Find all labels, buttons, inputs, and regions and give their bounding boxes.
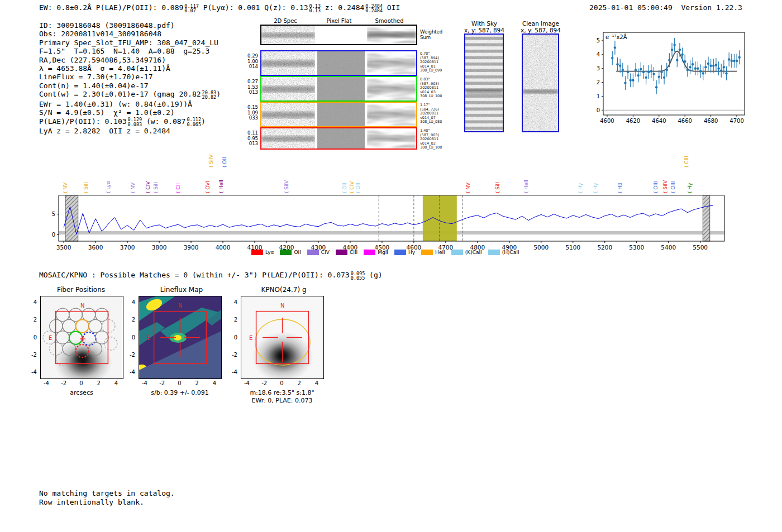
line-fit-zoom-plot: 012345460046204640466046804700e⁻¹⁷x2Å <box>581 28 748 128</box>
svg-text:5400: 5400 <box>661 244 676 251</box>
fiber-xtick: 4 <box>115 380 118 386</box>
legend-label: HeII <box>435 250 445 255</box>
col-header-2d-spec: 2D Spec <box>260 18 311 24</box>
fiber-ytick: -2 <box>27 351 37 357</box>
lineflux-map-title: Lineflux Map <box>137 286 226 294</box>
svg-text:1: 1 <box>597 93 600 99</box>
fiber-ytick: 0 <box>27 334 37 340</box>
footer-line: No matching targets in catalog. <box>39 489 175 498</box>
footer-notes: No matching targets in catalog.Row inten… <box>39 489 175 506</box>
info-line: RA,Dec (227.594086,53.349716) <box>39 56 221 64</box>
info-line: ID: 3009186048 (3009186048.pdf) <box>39 21 221 30</box>
lineflux-xtick: 0 <box>178 380 181 386</box>
fiber-positions-panel: N E <box>40 296 123 379</box>
full-spectrum-plot: 0535003600370038003900400041004200430044… <box>0 195 782 253</box>
kpno-xtick: 4 <box>315 380 318 386</box>
fiber-positions-title: Fiber Positions <box>36 286 126 294</box>
info-line: Cont(w) = 2.30(±0.01)e-17 (gmag 20.8220.… <box>39 90 221 100</box>
cutout-row <box>260 102 417 127</box>
svg-text:5300: 5300 <box>629 244 644 251</box>
fiber-ytick: -4 <box>27 369 37 375</box>
report-timestamp: 2025-01-01 05:00:49 Version 1.22.3 <box>589 3 742 12</box>
kpno-ytick: 0 <box>227 334 237 340</box>
fiber-east-label: E <box>49 335 52 341</box>
svg-text:5500: 5500 <box>693 244 708 251</box>
lineflux-ytick: 4 <box>125 299 135 305</box>
fiber-north-label: N <box>80 303 84 309</box>
legend-item-ly: Lyα <box>251 250 274 255</box>
svg-text:4660: 4660 <box>678 118 692 124</box>
lineflux-map-panel: N E <box>139 296 222 379</box>
legend-item-oii: OII <box>280 250 301 255</box>
svg-text:5: 5 <box>597 37 600 44</box>
legend-label: CIII <box>350 250 357 255</box>
cutout-row-weights: 0.271.53013 <box>246 79 258 95</box>
line-label-siiv: ( SiIV <box>284 180 289 193</box>
line-label-cii: ( CII <box>175 183 181 193</box>
cutout-row <box>260 25 417 45</box>
clean-image-title: Clean Image x, y: 587, 894 <box>517 20 565 33</box>
legend-swatch <box>488 250 500 255</box>
cutout-row-fiber-info: 1.17"(584, 726)20200811v014_07308_LU_080 <box>420 103 455 124</box>
legend-item-kcaii: (K)CaII <box>451 250 482 255</box>
col-header-pixel-flat: Pixel Flat <box>314 18 364 24</box>
col-header-smoothed: Smoothed <box>364 18 414 24</box>
legend-swatch <box>336 250 347 255</box>
svg-text:5200: 5200 <box>597 244 612 251</box>
line-label-nv: ( NV <box>465 182 471 193</box>
svg-text:3800: 3800 <box>152 244 167 251</box>
version-text: Version 1.22.3 <box>681 3 742 12</box>
line-label-heii: ( HeII <box>523 180 529 193</box>
kpno-xtick: -2 <box>261 380 267 386</box>
line-label-siii: ( SiII <box>83 182 89 193</box>
line-label-hγ: ( Hγ <box>578 183 583 193</box>
svg-text:3900: 3900 <box>184 244 199 251</box>
kpno-title: KPNO(24.7) g <box>239 286 328 294</box>
header-summary-line: EW: 0.8±0.2Å P(LAE)/P(OII): 0.0890.1170.… <box>39 3 400 13</box>
legend-label: MgII <box>378 250 388 255</box>
lineflux-xtick: 4 <box>213 380 216 386</box>
svg-text:5000: 5000 <box>533 244 549 251</box>
line-label-siii: ( SiII <box>153 182 159 193</box>
line-label-hγ: ( Hγ <box>687 183 693 193</box>
legend-label: Hγ <box>408 250 415 255</box>
svg-text:0: 0 <box>52 232 55 238</box>
line-label-oii: ( OII <box>355 183 361 193</box>
info-line: EWr = 1.40(±0.31) (w: 0.84(±0.19))Å <box>39 100 221 108</box>
legend-item-heii: HeII <box>421 250 445 255</box>
info-line: LineFlux = 7.30(±1.70)e-17 <box>39 73 221 81</box>
detection-info-block: ID: 3009186048 (3009186048.pdf)Obs: 2020… <box>39 21 221 135</box>
fiber-xtick: -4 <box>44 380 49 386</box>
svg-text:4680: 4680 <box>704 118 718 124</box>
legend-swatch <box>394 250 406 255</box>
line-label-heii: ( HeII <box>218 180 224 193</box>
line-label-civ: ( CIV <box>349 181 355 193</box>
kpno-stats-line: m:18.6 re:3.5" s:1.8" <box>221 389 344 396</box>
line-label-hβ: ( Hβ <box>617 183 623 193</box>
info-line: S/N = 4.9(±0.5) χ² = 1.0(±0.2) <box>39 108 221 117</box>
mosaic-match-line: MOSAIC/KPNO : Possible Matches = 0 (with… <box>39 271 383 281</box>
info-line: P(LAE)/P(OII): 0.1030.1290.083 (w: 0.087… <box>39 117 221 127</box>
svg-text:4700: 4700 <box>729 118 743 124</box>
kpno-xtick: 2 <box>298 380 301 386</box>
info-line: F=1.5" T=0.165 N=1.40 A=0.88 g=25.3 <box>39 47 221 55</box>
legend-swatch <box>280 250 292 255</box>
legend-item-hcaii: (H)CaII <box>488 250 519 255</box>
lineflux-ytick: -4 <box>125 369 135 375</box>
lineflux-ytick: 0 <box>125 334 135 340</box>
legend-label: (K)CaII <box>465 250 482 255</box>
svg-text:3: 3 <box>597 65 600 71</box>
info-line: λ = 4653.88Å σ = 4.04(±1.11)Å <box>39 64 221 73</box>
legend-label: (H)CaII <box>502 250 519 255</box>
line-label-ciii: ( CIII <box>684 156 689 167</box>
legend-swatch <box>421 250 433 255</box>
line-label-siiv: ( SiIV <box>662 180 668 193</box>
line-label-oii: ( OII <box>342 183 347 193</box>
weighted-sum-label: Weighted Sum <box>420 29 447 40</box>
kpno-east-label: E <box>249 335 252 341</box>
kpno-xtick: -4 <box>244 380 250 386</box>
svg-text:4600: 4600 <box>600 118 614 124</box>
fiber-xtick: 2 <box>97 380 101 386</box>
cutout-row-weights: 0.151.09033 <box>246 105 258 121</box>
line-label-ovi: ( OVI <box>205 181 211 193</box>
